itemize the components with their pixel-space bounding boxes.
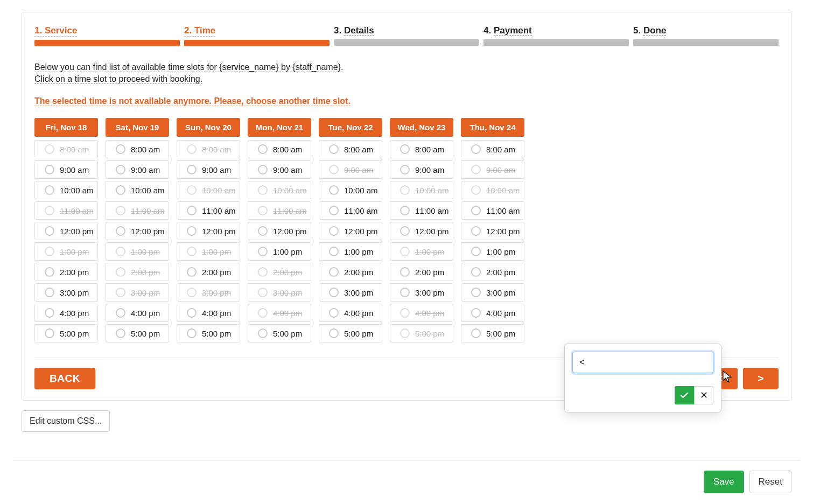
step[interactable]: 1. Service <box>34 25 180 46</box>
day-header: Thu, Nov 24 <box>461 118 524 137</box>
time-slot[interactable]: 8:00 am <box>106 140 169 158</box>
step[interactable]: 4. Payment <box>483 25 629 46</box>
time-slot[interactable]: 3:00 pm <box>34 283 98 302</box>
time-slot[interactable]: 5:00 pm <box>34 324 98 342</box>
edit-css-button[interactable]: Edit custom CSS... <box>22 410 110 432</box>
time-slot[interactable]: 3:00 pm <box>390 283 453 302</box>
radio-icon <box>329 206 339 215</box>
slot-time-label: 8:00 am <box>344 145 373 154</box>
time-slot[interactable]: 5:00 pm <box>461 324 524 342</box>
radio-icon <box>471 226 481 236</box>
time-slot[interactable]: 12:00 pm <box>319 222 382 240</box>
time-slot[interactable]: 1:00 pm <box>248 242 311 261</box>
slot-time-label: 9:00 am <box>60 165 89 174</box>
time-slot[interactable]: 9:00 am <box>34 160 98 179</box>
time-slot[interactable]: 2:00 pm <box>390 263 453 281</box>
step[interactable]: 2. Time <box>184 25 330 46</box>
radio-icon <box>187 267 197 277</box>
time-slot[interactable]: 8:00 am <box>461 140 524 158</box>
radio-icon <box>187 185 197 195</box>
radio-icon <box>329 226 339 236</box>
next-week-button[interactable]: > <box>743 368 779 389</box>
step-label: 2. Time <box>184 25 215 37</box>
slot-time-label: 12:00 pm <box>202 227 236 236</box>
time-slot[interactable]: 9:00 am <box>390 160 453 179</box>
radio-icon <box>187 144 197 154</box>
slot-time-label: 3:00 pm <box>273 288 302 297</box>
slot-time-label: 8:00 am <box>131 145 160 154</box>
back-button[interactable]: BACK <box>34 368 95 389</box>
time-slot[interactable]: 10:00 am <box>106 181 169 199</box>
time-slot[interactable]: 2:00 pm <box>461 263 524 281</box>
day-header: Sat, Nov 19 <box>106 118 169 137</box>
time-slot[interactable]: 8:00 am <box>248 140 311 158</box>
time-slot[interactable]: 5:00 pm <box>177 324 240 342</box>
time-slot[interactable]: 4:00 pm <box>461 304 524 322</box>
time-slot[interactable]: 12:00 pm <box>34 222 98 240</box>
step[interactable]: 5. Done <box>633 25 779 46</box>
slot-time-label: 9:00 am <box>131 165 160 174</box>
radio-icon <box>471 247 481 256</box>
time-slot[interactable]: 12:00 pm <box>390 222 453 240</box>
time-slot[interactable]: 4:00 pm <box>319 304 382 322</box>
day-column: Wed, Nov 238:00 am9:00 am10:00 am11:00 a… <box>390 118 453 345</box>
step[interactable]: 3. Details <box>334 25 479 46</box>
time-slot[interactable]: 12:00 pm <box>177 222 240 240</box>
radio-icon <box>258 247 268 256</box>
radio-icon <box>471 267 481 277</box>
slot-time-label: 5:00 pm <box>202 329 231 338</box>
time-slot[interactable]: 2:00 pm <box>34 263 98 281</box>
time-slot[interactable]: 5:00 pm <box>319 324 382 342</box>
time-slot[interactable]: 8:00 am <box>319 140 382 158</box>
time-slot[interactable]: 2:00 pm <box>177 263 240 281</box>
time-slot[interactable]: 5:00 pm <box>106 324 169 342</box>
time-slot[interactable]: 11:00 am <box>177 201 240 220</box>
time-slot[interactable]: 1:00 pm <box>461 242 524 261</box>
radio-icon <box>400 328 410 338</box>
time-slot[interactable]: 3:00 pm <box>319 283 382 302</box>
slot-time-label: 8:00 am <box>486 145 515 154</box>
time-slot: 11:00 am <box>248 201 311 220</box>
time-slot[interactable]: 11:00 am <box>390 201 453 220</box>
time-slot[interactable]: 10:00 am <box>319 181 382 199</box>
time-slot[interactable]: 11:00 am <box>461 201 524 220</box>
time-slot[interactable]: 10:00 am <box>34 181 98 199</box>
time-slot[interactable]: 4:00 pm <box>106 304 169 322</box>
radio-icon <box>45 144 54 154</box>
slot-time-label: 2:00 pm <box>344 268 373 277</box>
cancel-button[interactable]: ✕ <box>694 386 713 404</box>
reset-button[interactable]: Reset <box>749 471 791 493</box>
time-slot[interactable]: 5:00 pm <box>248 324 311 342</box>
radio-icon <box>329 165 339 174</box>
radio-icon <box>116 226 125 236</box>
radio-icon <box>116 247 125 256</box>
radio-icon <box>258 206 268 215</box>
time-slot[interactable]: 8:00 am <box>390 140 453 158</box>
save-button[interactable]: Save <box>704 471 744 493</box>
confirm-button[interactable] <box>675 386 694 404</box>
time-slot[interactable]: 2:00 pm <box>319 263 382 281</box>
time-slot[interactable]: 12:00 pm <box>248 222 311 240</box>
radio-icon <box>258 288 268 297</box>
radio-icon <box>116 308 125 318</box>
radio-icon <box>400 206 410 215</box>
time-slot: 2:00 pm <box>248 263 311 281</box>
time-slot[interactable]: 9:00 am <box>106 160 169 179</box>
radio-icon <box>45 247 54 256</box>
radio-icon <box>471 308 481 318</box>
time-slot[interactable]: 11:00 am <box>319 201 382 220</box>
time-slot[interactable]: 1:00 pm <box>319 242 382 261</box>
time-slot[interactable]: 9:00 am <box>248 160 311 179</box>
intro-text: Below you can find list of available tim… <box>34 61 779 85</box>
time-slot[interactable]: 3:00 pm <box>461 283 524 302</box>
slot-time-label: 8:00 am <box>60 145 89 154</box>
slot-time-label: 11:00 am <box>486 206 520 215</box>
radio-icon <box>116 165 125 174</box>
time-slot[interactable]: 9:00 am <box>177 160 240 179</box>
time-slot[interactable]: 12:00 pm <box>461 222 524 240</box>
time-slot[interactable]: 4:00 pm <box>177 304 240 322</box>
time-slot[interactable]: 4:00 pm <box>34 304 98 322</box>
inline-editor-input[interactable] <box>572 352 713 373</box>
time-slot[interactable]: 12:00 pm <box>106 222 169 240</box>
radio-icon <box>116 288 125 297</box>
